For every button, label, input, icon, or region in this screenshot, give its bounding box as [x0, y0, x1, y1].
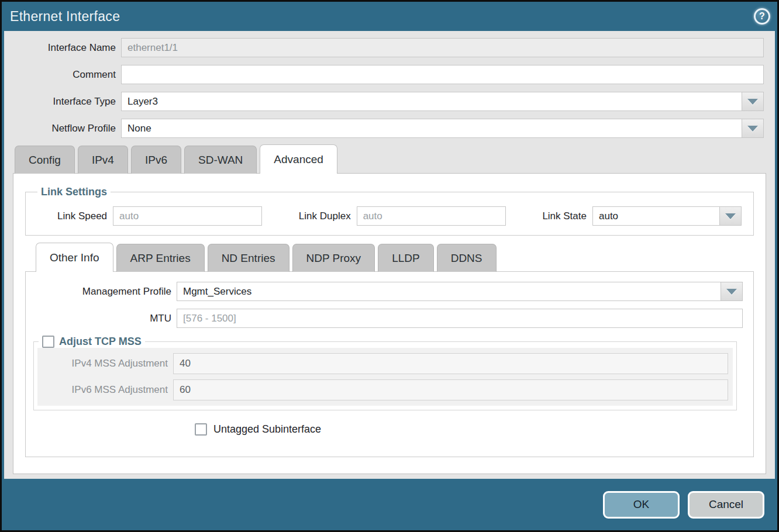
- tab-lldp[interactable]: LLDP: [378, 244, 434, 272]
- link-state-group: Link State auto: [542, 206, 742, 226]
- chevron-down-icon: [747, 99, 758, 105]
- help-icon[interactable]: ?: [754, 8, 770, 25]
- tab-nd-entries[interactable]: ND Entries: [208, 244, 289, 272]
- interface-name-field: [121, 38, 764, 57]
- chevron-down-icon: [726, 289, 737, 295]
- management-profile-dropdown-button[interactable]: [721, 282, 742, 300]
- netflow-profile-row: Netflow Profile None: [4, 119, 764, 138]
- link-state-dropdown[interactable]: auto: [592, 206, 742, 226]
- netflow-profile-dropdown-button[interactable]: [742, 119, 763, 137]
- cancel-button[interactable]: Cancel: [688, 491, 764, 519]
- tab-ipv4[interactable]: IPv4: [78, 146, 128, 174]
- interface-type-dropdown[interactable]: Layer3: [121, 92, 764, 111]
- netflow-profile-dropdown[interactable]: None: [121, 119, 764, 138]
- comment-field[interactable]: [121, 65, 764, 84]
- link-settings-row: Link Speed Link Duplex Link State auto: [34, 204, 745, 226]
- netflow-profile-label: Netflow Profile: [4, 123, 121, 134]
- interface-type-value: Layer3: [122, 92, 742, 110]
- link-duplex-group: Link Duplex: [299, 206, 506, 226]
- netflow-profile-value: None: [122, 119, 742, 137]
- ethernet-interface-dialog: Ethernet Interface ? Interface Name Comm…: [0, 0, 779, 532]
- comment-label: Comment: [4, 69, 121, 81]
- ipv6-mss-label: IPv6 MSS Adjustment: [37, 384, 173, 396]
- link-state-dropdown-button[interactable]: [719, 207, 741, 225]
- interface-name-label: Interface Name: [4, 42, 121, 54]
- adjust-tcp-mss-legend: Adjust TCP MSS: [39, 336, 145, 348]
- ipv4-mss-label: IPv4 MSS Adjustment: [37, 358, 173, 369]
- untagged-subinterface-label: Untagged Subinterface: [213, 423, 321, 436]
- link-state-label: Link State: [542, 210, 592, 222]
- adjust-tcp-mss-label: Adjust TCP MSS: [59, 336, 142, 348]
- mtu-field[interactable]: [177, 309, 743, 328]
- main-tabstrip: Config IPv4 IPv6 SD-WAN Advanced: [4, 146, 775, 174]
- interface-type-dropdown-button[interactable]: [742, 92, 763, 110]
- tab-arp-entries[interactable]: ARP Entries: [116, 244, 205, 272]
- dialog-titlebar: Ethernet Interface ?: [2, 2, 777, 31]
- link-settings-group: Link Settings Link Speed Link Duplex Lin…: [25, 186, 754, 236]
- tab-ipv6[interactable]: IPv6: [131, 146, 181, 174]
- link-duplex-field[interactable]: [357, 206, 506, 226]
- tab-ndp-proxy[interactable]: NDP Proxy: [292, 244, 375, 272]
- tab-advanced[interactable]: Advanced: [260, 144, 337, 174]
- untagged-subinterface-row: Untagged Subinterface: [195, 423, 743, 436]
- chevron-down-icon: [725, 213, 736, 219]
- mss-disabled-panel: IPv4 MSS Adjustment IPv6 MSS Adjustment: [37, 348, 733, 406]
- mtu-row: MTU: [26, 309, 743, 328]
- management-profile-dropdown[interactable]: Mgmt_Services: [177, 282, 743, 301]
- chevron-down-icon: [747, 126, 758, 132]
- tab-sdwan[interactable]: SD-WAN: [184, 146, 257, 174]
- comment-row: Comment: [4, 65, 764, 84]
- adjust-tcp-mss-checkbox[interactable]: [42, 336, 54, 348]
- link-duplex-label: Link Duplex: [299, 210, 357, 222]
- tab-other-info[interactable]: Other Info: [36, 243, 113, 272]
- link-speed-label: Link Speed: [57, 210, 113, 222]
- dialog-title: Ethernet Interface: [10, 9, 754, 25]
- management-profile-row: Management Profile Mgmt_Services: [26, 282, 743, 301]
- ipv6-mss-field: [173, 379, 728, 400]
- ipv4-mss-field: [173, 353, 728, 374]
- ipv4-mss-row: IPv4 MSS Adjustment: [37, 353, 728, 374]
- management-profile-label: Management Profile: [26, 286, 177, 298]
- tab-config[interactable]: Config: [15, 146, 75, 174]
- interface-name-row: Interface Name: [4, 38, 764, 57]
- advanced-tab-panel: Link Settings Link Speed Link Duplex Lin…: [13, 173, 766, 474]
- link-state-value: auto: [593, 207, 719, 225]
- interface-type-label: Interface Type: [4, 96, 121, 108]
- other-info-panel: Management Profile Mgmt_Services MTU: [25, 271, 754, 457]
- interface-type-row: Interface Type Layer3: [4, 92, 764, 111]
- dialog-footer: OK Cancel: [2, 479, 777, 530]
- adjust-tcp-mss-group: Adjust TCP MSS IPv4 MSS Adjustment IPv6 …: [33, 336, 737, 410]
- management-profile-value: Mgmt_Services: [177, 282, 721, 300]
- link-speed-field[interactable]: [113, 206, 262, 226]
- inner-tabstrip: Other Info ARP Entries ND Entries NDP Pr…: [25, 244, 754, 272]
- link-settings-legend: Link Settings: [37, 186, 111, 198]
- untagged-subinterface-checkbox[interactable]: [195, 423, 207, 436]
- top-form: Interface Name Comment Interface Type La…: [4, 38, 775, 138]
- ipv6-mss-row: IPv6 MSS Adjustment: [37, 379, 728, 400]
- dialog-body: Interface Name Comment Interface Type La…: [4, 31, 775, 479]
- link-speed-group: Link Speed: [57, 206, 262, 226]
- tab-ddns[interactable]: DDNS: [437, 244, 497, 272]
- mtu-label: MTU: [26, 313, 177, 324]
- ok-button[interactable]: OK: [603, 491, 680, 519]
